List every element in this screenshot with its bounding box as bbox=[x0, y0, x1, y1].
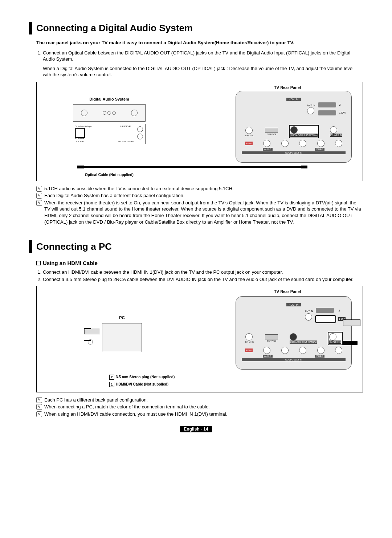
port-label: COMPONENT IN bbox=[242, 151, 346, 154]
cable-1-label: 1HDMI/DVI Cable (Not supplied) bbox=[109, 382, 168, 387]
service-port-icon bbox=[265, 128, 278, 133]
tv-rear-panel: HDMI IN ANT IN 2 1 DVI EX-LINK SERVICE bbox=[236, 296, 352, 370]
hdmi-port-icon bbox=[316, 308, 334, 313]
note-icon: ✎ bbox=[36, 186, 42, 192]
cable-line bbox=[84, 328, 91, 329]
cable-plug-icon bbox=[77, 166, 84, 168]
port-label: SERVICE bbox=[265, 133, 278, 136]
note-icon: ✎ bbox=[36, 397, 42, 403]
port-icon bbox=[317, 347, 324, 354]
port-icon bbox=[263, 140, 270, 147]
pc-label: PC bbox=[102, 315, 142, 321]
port-icon bbox=[317, 140, 324, 147]
port-label: AV IN bbox=[245, 349, 253, 352]
optical-cable-label: Optical Cable (Not supplied) bbox=[73, 172, 146, 178]
pc-block: PC bbox=[102, 315, 142, 352]
tv-rear-panel-label: TV Rear Panel bbox=[274, 289, 301, 294]
port-label: HDMI IN bbox=[286, 98, 301, 101]
optical-cable-line bbox=[80, 166, 305, 168]
notes-list-1: ✎5.1CH audio is possible when the TV is … bbox=[36, 186, 363, 225]
port-icon bbox=[335, 347, 342, 354]
port-icon bbox=[299, 347, 306, 354]
notes-list-2: ✎Each PC has a different back panel conf… bbox=[36, 397, 363, 417]
hdmi-plug-icon bbox=[343, 319, 365, 327]
hdmi-port-icon bbox=[318, 102, 336, 107]
port-icon bbox=[281, 140, 289, 147]
port-icon bbox=[299, 140, 306, 147]
intro-text: The rear panel jacks on your TV make it … bbox=[36, 40, 363, 46]
port-label: AUDIO OUTPUT bbox=[118, 140, 134, 143]
port-label: VIDEO bbox=[315, 355, 324, 358]
hdmi-port-icon bbox=[318, 110, 336, 115]
hdmi-port-icon bbox=[316, 316, 335, 322]
port-label: EX-LINK bbox=[245, 134, 254, 137]
port-label: 2 bbox=[338, 309, 346, 312]
port-label: DIGITAL AUDIO OUT (OPTICAL) bbox=[290, 341, 317, 344]
port-icon bbox=[245, 127, 253, 134]
port-label: SERVICE bbox=[265, 339, 278, 342]
ant-port-icon bbox=[307, 107, 314, 114]
port-icon bbox=[329, 333, 336, 341]
steps-list-1: Connect an Optical Cable between the DIG… bbox=[36, 50, 363, 62]
port-icon bbox=[245, 333, 253, 341]
ant-port-icon bbox=[305, 313, 312, 321]
port-label: AUDIO bbox=[263, 148, 273, 151]
section-title-pc: Connecting a PC bbox=[29, 240, 363, 253]
note-text: When connecting a PC, match the color of… bbox=[44, 404, 210, 410]
knob-icon bbox=[131, 110, 138, 116]
cable-plug-icon bbox=[301, 166, 307, 168]
port-icon bbox=[330, 126, 337, 134]
note-text: 5.1CH audio is possible when the TV is c… bbox=[44, 186, 234, 192]
port-label: DVI AUDIO IN bbox=[329, 341, 342, 344]
optical-out-icon bbox=[290, 333, 297, 341]
port-label: Digital Audio Input bbox=[75, 125, 92, 128]
port-label: 2 bbox=[339, 103, 346, 106]
step-ref-1: 1 bbox=[109, 382, 114, 387]
port-icon bbox=[263, 347, 270, 354]
port-label: VIDEO bbox=[315, 148, 324, 151]
das-front bbox=[73, 104, 146, 122]
diagram-digital-audio: TV Rear Panel Digital Audio System Digit… bbox=[36, 82, 363, 181]
digital-audio-system-block: Digital Audio System Digital Audio Input… bbox=[73, 97, 146, 177]
port-label: COMPONENT IN bbox=[242, 358, 346, 361]
note-icon: ✎ bbox=[36, 404, 42, 410]
subsection-title: Using an HDMI Cable bbox=[43, 260, 98, 266]
step-item: Connect an HDMI/DVI cable between the HD… bbox=[43, 269, 363, 276]
port-label: OPTICAL bbox=[75, 136, 84, 139]
note-icon: ✎ bbox=[36, 193, 42, 199]
port-label: DIGITAL AUDIO OUT (OPTICAL) bbox=[290, 134, 318, 137]
port-label: HDMI IN bbox=[286, 303, 301, 306]
port-icon bbox=[281, 347, 289, 354]
page-footer: English - 14 bbox=[29, 426, 363, 432]
note-text: Each PC has a different back panel confi… bbox=[44, 397, 148, 403]
square-bullet-icon bbox=[36, 261, 41, 265]
optical-port-icon bbox=[75, 129, 84, 137]
section-title-digital-audio: Connecting a Digital Audio System bbox=[29, 22, 363, 34]
tv-rear-panel-label: TV Rear Panel bbox=[274, 85, 301, 90]
tv-rear-panel: HDMI IN ANT IN 2 1 DVI EX-LINK SERVICE bbox=[236, 91, 352, 163]
step-item: Connect an Optical Cable between the DIG… bbox=[43, 50, 363, 62]
port-label: ANT IN bbox=[305, 310, 313, 313]
audio-plug-icon bbox=[343, 341, 365, 346]
port-label: AV IN bbox=[245, 142, 253, 145]
service-port-icon bbox=[265, 334, 278, 339]
note-text: When the receiver (home theater) is set … bbox=[44, 200, 363, 225]
port-label: ANT IN bbox=[307, 104, 315, 107]
port-icon bbox=[335, 140, 342, 147]
port-label: COAXIAL bbox=[75, 140, 84, 143]
port-label: L AUDIO R bbox=[120, 125, 131, 128]
step-item: Connect a 3.5 mm Stereo plug to 2RCA cab… bbox=[43, 276, 363, 283]
diagram-pc: TV Rear Panel PC HDMI IN ANT IN 2 bbox=[36, 286, 363, 392]
note-icon: ✎ bbox=[36, 411, 42, 417]
note-icon: ✎ bbox=[36, 200, 42, 206]
knob-icon bbox=[81, 110, 87, 116]
steps-list-2: Connect an HDMI/DVI cable between the HD… bbox=[36, 269, 363, 282]
note-text: When using an HDMI/DVI cable connection,… bbox=[44, 411, 227, 417]
das-rear: Digital Audio Input OPTICAL COAXIAL L AU… bbox=[73, 124, 146, 144]
note-text: Each Digital Audio System has a differen… bbox=[44, 192, 184, 199]
das-label: Digital Audio System bbox=[73, 97, 146, 102]
cable-line bbox=[84, 340, 91, 341]
port-label: EX-LINK bbox=[245, 341, 254, 343]
optical-out-icon bbox=[290, 126, 298, 134]
step-note: When a Digital Audio System is connected… bbox=[43, 65, 363, 78]
